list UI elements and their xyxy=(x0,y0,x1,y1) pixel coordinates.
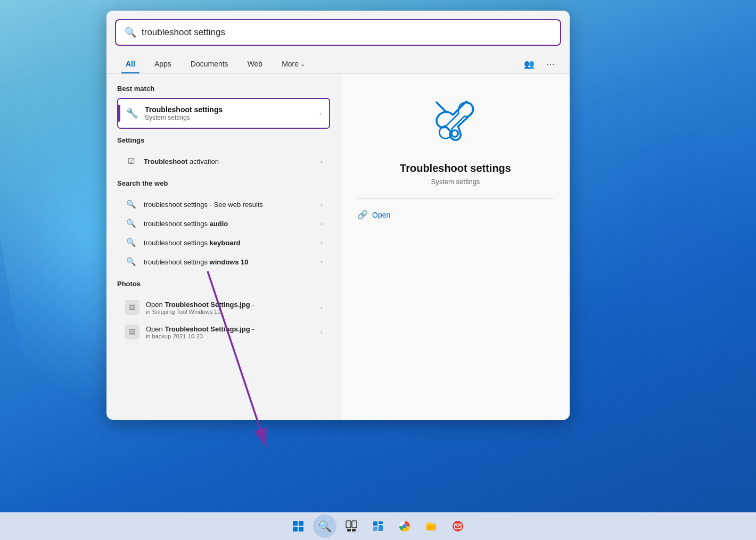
svg-rect-9 xyxy=(347,529,351,531)
widgets-icon xyxy=(372,520,384,532)
svg-rect-14 xyxy=(379,525,383,531)
svg-rect-7 xyxy=(346,521,351,528)
mail-icon xyxy=(452,520,464,532)
task-view-icon xyxy=(346,520,357,532)
svg-rect-13 xyxy=(373,527,377,531)
web-item-3[interactable]: 🔍 troubleshoot settings keyboard › xyxy=(117,233,330,252)
taskbar-widgets-button[interactable] xyxy=(366,514,390,538)
search-bar[interactable]: 🔍 troubleshoot settings xyxy=(115,19,561,46)
svg-rect-5 xyxy=(293,527,298,531)
web-item-4[interactable]: 🔍 troubleshoot settings windows 10 › xyxy=(117,252,330,271)
open-label: Open xyxy=(372,211,390,219)
chevron-right-icon: › xyxy=(319,110,322,117)
svg-rect-11 xyxy=(373,521,377,526)
tab-more[interactable]: More ⌄ xyxy=(273,54,314,73)
best-match-subtitle: System settings xyxy=(145,114,313,121)
chevron-right-icon: › xyxy=(321,239,323,246)
search-icon: 🔍 xyxy=(125,238,137,247)
search-window: 🔍 troubleshoot settings All Apps Documen… xyxy=(106,11,570,420)
file-explorer-icon xyxy=(425,520,437,532)
people-icon[interactable]: 👥 xyxy=(521,55,538,72)
svg-rect-8 xyxy=(352,521,357,528)
taskbar-mail-button[interactable] xyxy=(446,514,470,538)
more-options-icon[interactable]: ⋯ xyxy=(542,55,559,72)
settings-item-troubleshoot-activation[interactable]: ☑ Troubleshoot activation › xyxy=(117,152,330,171)
chevron-right-icon: › xyxy=(321,158,323,164)
settings-section-label: Settings xyxy=(117,136,330,144)
taskbar-chrome-button[interactable] xyxy=(393,514,416,538)
wrench-svg-icon xyxy=(432,95,480,143)
settings-item-bold: Troubleshoot xyxy=(144,157,187,165)
svg-rect-10 xyxy=(352,529,356,531)
left-panel: Best match 🔧 Troubleshoot settings Syste… xyxy=(106,74,341,420)
main-content: Best match 🔧 Troubleshoot settings Syste… xyxy=(106,74,570,420)
svg-rect-3 xyxy=(293,521,298,526)
photo-item-1[interactable]: 🖼 Open Troubleshoot Settings.jpg - in Sn… xyxy=(117,295,330,320)
photo-thumb-2: 🖼 xyxy=(125,325,139,339)
taskbar-search-button[interactable]: 🔍 xyxy=(313,514,336,538)
open-button[interactable]: 🔗 Open xyxy=(357,210,390,220)
search-icon: 🔍 xyxy=(125,257,137,267)
chevron-right-icon: › xyxy=(321,201,323,207)
right-panel-title: Troubleshoot settings xyxy=(400,162,511,175)
right-panel: Troubleshoot settings System settings 🔗 … xyxy=(341,74,570,420)
shield-icon: ☑ xyxy=(125,156,137,166)
chevron-right-icon: › xyxy=(321,304,323,311)
search-icon: 🔍 xyxy=(318,520,332,533)
result-icon xyxy=(432,95,480,152)
taskbar: 🔍 xyxy=(0,512,756,540)
search-icon: 🔍 xyxy=(125,219,137,228)
search-input[interactable]: troubleshoot settings xyxy=(142,27,552,38)
chevron-right-icon: › xyxy=(321,259,323,265)
search-icon: 🔍 xyxy=(125,27,136,38)
taskbar-files-button[interactable] xyxy=(420,514,443,538)
taskbar-start-button[interactable] xyxy=(286,514,310,538)
search-icon: 🔍 xyxy=(125,200,137,209)
svg-point-16 xyxy=(402,524,407,528)
chrome-icon xyxy=(398,520,411,533)
tab-documents[interactable]: Documents xyxy=(182,54,237,73)
best-match-item[interactable]: 🔧 Troubleshoot settings System settings … xyxy=(117,98,330,129)
taskbar-taskview-button[interactable] xyxy=(340,514,363,538)
photos-section-label: Photos xyxy=(117,280,330,288)
best-match-label: Best match xyxy=(117,85,330,93)
web-item-1[interactable]: 🔍 troubleshoot settings - See web result… xyxy=(117,195,330,214)
photo-thumb-1: 🖼 xyxy=(125,300,139,315)
tab-bar: All Apps Documents Web More ⌄ 👥 ⋯ xyxy=(106,54,570,74)
tabs: All Apps Documents Web More ⌄ xyxy=(117,54,314,73)
chevron-right-icon: › xyxy=(321,220,323,227)
settings-item-normal: activation xyxy=(187,157,219,165)
photo-item-2[interactable]: 🖼 Open Troubleshoot Settings.jpg - in ba… xyxy=(117,320,330,344)
chevron-right-icon: › xyxy=(321,329,323,335)
external-link-icon: 🔗 xyxy=(357,210,368,220)
web-section-label: Search the web xyxy=(117,179,330,187)
chevron-down-icon: ⌄ xyxy=(300,61,305,68)
svg-point-17 xyxy=(453,521,463,531)
tab-apps[interactable]: Apps xyxy=(146,54,180,73)
wrench-icon: 🔧 xyxy=(126,107,138,119)
windows-logo-icon xyxy=(292,520,304,532)
web-item-2[interactable]: 🔍 troubleshoot settings audio › xyxy=(117,214,330,233)
tab-actions: 👥 ⋯ xyxy=(521,55,559,72)
best-match-title: Troubleshoot settings xyxy=(145,105,313,114)
tab-web[interactable]: Web xyxy=(239,54,272,73)
svg-rect-6 xyxy=(299,527,303,531)
svg-rect-4 xyxy=(299,521,303,526)
right-divider xyxy=(357,198,554,199)
tab-all[interactable]: All xyxy=(117,54,144,73)
right-panel-subtitle: System settings xyxy=(431,178,480,186)
svg-rect-12 xyxy=(379,521,383,524)
